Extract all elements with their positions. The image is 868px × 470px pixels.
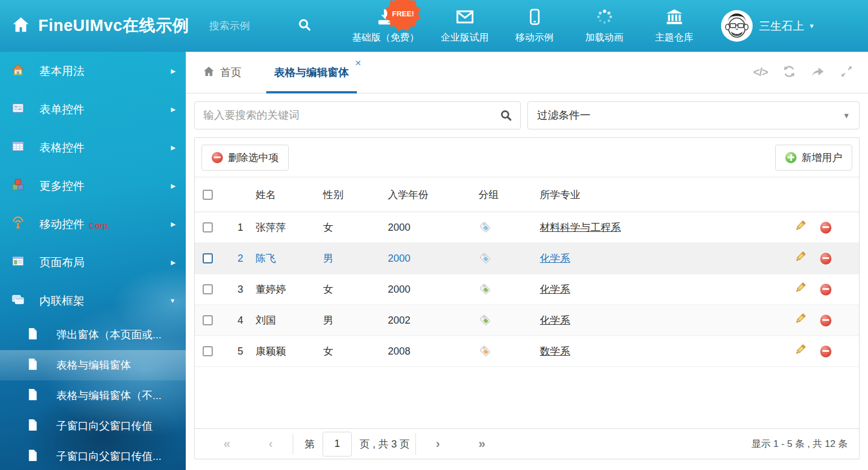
row-number: 3 [221, 274, 256, 305]
phone-icon [529, 8, 541, 28]
file-icon [27, 388, 38, 403]
row-checkbox[interactable] [203, 346, 213, 356]
table-row[interactable]: 3 董婷婷 女 2000 化学系 [195, 274, 859, 305]
chevron-down-icon: ▼ [169, 297, 176, 304]
sidebar-subitem-grid-edit-window[interactable]: 表格与编辑窗体 [0, 350, 186, 381]
first-page-button[interactable]: « [205, 437, 249, 451]
spinner-icon [596, 8, 614, 28]
table-row[interactable]: 4 刘国 男 2002 化学系 [195, 305, 859, 336]
table-empty-area [195, 367, 859, 428]
cell-gender: 女 [323, 274, 388, 305]
edit-pencil-icon[interactable] [794, 312, 807, 328]
cell-name: 董婷婷 [256, 274, 323, 305]
row-checkbox[interactable] [203, 253, 213, 263]
delete-row-icon[interactable] [820, 253, 831, 265]
sidebar-item-more-controls[interactable]: 更多控件 ▶ [0, 167, 186, 205]
header-search-input[interactable] [208, 20, 293, 33]
filter-dropdown-value: 过滤条件一 [537, 108, 590, 123]
filter-dropdown[interactable]: 过滤条件一 ▼ [527, 101, 860, 129]
nav-item-theme-repo[interactable]: 主题仓库 [650, 8, 699, 44]
antenna-icon [11, 216, 25, 232]
column-header-group[interactable]: 分组 [475, 177, 540, 212]
sidebar-item-iframe[interactable]: 内联框架 ▼ [0, 281, 186, 320]
search-icon[interactable] [499, 109, 513, 124]
sidebar-subitem-popup-window[interactable]: 弹出窗体（本页面或... [0, 320, 186, 350]
table-row[interactable]: 1 张萍萍 女 2000 材料科学与工程系 [195, 212, 859, 243]
user-menu[interactable]: 三生石上 ▼ [721, 10, 815, 42]
expand-icon[interactable] [840, 65, 853, 80]
main-content: 首页 表格与编辑窗体 ✕ </> 过滤条件一 ▼ 删除选中项 [186, 52, 868, 470]
header-search-icon[interactable] [297, 17, 312, 34]
tag-icon [475, 212, 540, 243]
view-source-icon[interactable]: </> [753, 66, 768, 79]
home-colored-icon [11, 63, 25, 79]
user-name: 三生石上 [759, 19, 804, 34]
edit-pencil-icon[interactable] [794, 281, 807, 297]
next-page-button[interactable]: › [416, 437, 460, 451]
keyword-search-input[interactable] [194, 101, 521, 129]
table-row-selected[interactable]: 2 陈飞 男 2000 化学系 [195, 243, 859, 274]
column-header-year[interactable]: 入学年份 [388, 177, 475, 212]
delete-row-icon[interactable] [820, 284, 831, 296]
delete-row-icon[interactable] [820, 315, 831, 326]
delete-selected-button[interactable]: 删除选中项 [202, 145, 289, 171]
edit-pencil-icon[interactable] [794, 220, 807, 235]
add-user-button[interactable]: 新增用户 [775, 145, 852, 171]
table-row[interactable]: 5 康颖颖 女 2008 数学系 [195, 336, 859, 367]
home-icon[interactable] [11, 15, 30, 37]
major-link[interactable]: 化学系 [540, 252, 570, 265]
edit-pencil-icon[interactable] [794, 343, 807, 359]
sidebar-subitem-child-to-parent[interactable]: 子窗口向父窗口传值 [0, 411, 186, 441]
cell-name: 康颖颖 [256, 336, 323, 366]
column-header-name[interactable]: 姓名 [256, 177, 323, 212]
nav-item-mobile-demo[interactable]: 移动示例 [511, 8, 559, 44]
sidebar-item-mobile-controls[interactable]: 移动控件 Corp. ▶ [0, 205, 186, 243]
nav-item-loading-animation[interactable]: 加载动画 [580, 8, 629, 44]
sidebar-item-basic-usage[interactable]: 基本用法 ▶ [0, 52, 186, 90]
major-link[interactable]: 化学系 [540, 314, 570, 327]
frames-icon [11, 293, 25, 308]
cell-name: 陈飞 [256, 243, 323, 274]
refresh-icon[interactable] [782, 65, 796, 80]
major-link[interactable]: 化学系 [540, 283, 570, 296]
grid-panel: 删除选中项 新增用户 姓名 性别 入学年份 分组 所学专业 1 张萍萍 女 20… [194, 137, 860, 459]
row-number: 2 [221, 243, 256, 274]
pager-divider [293, 433, 293, 455]
sidebar-item-page-layout[interactable]: 页面布局 ▶ [0, 243, 186, 281]
cell-gender: 男 [323, 305, 388, 335]
tab-grid-edit-window[interactable]: 表格与编辑窗体 ✕ [266, 52, 357, 93]
column-header-major[interactable]: 所学专业 [540, 177, 794, 212]
file-icon [27, 358, 38, 373]
app-title: FineUIMvc在线示例 [38, 15, 189, 37]
tag-icon [475, 274, 540, 305]
prev-page-button[interactable]: ‹ [249, 437, 293, 451]
cell-name: 张萍萍 [256, 212, 323, 243]
major-link[interactable]: 数学系 [540, 344, 570, 358]
tab-home[interactable]: 首页 [203, 52, 241, 93]
plus-circle-icon [785, 152, 797, 163]
select-all-checkbox[interactable] [203, 190, 213, 200]
delete-row-icon[interactable] [820, 222, 831, 234]
sidebar-subitem-grid-edit-window-2[interactable]: 表格与编辑窗体（不... [0, 381, 186, 411]
row-number: 1 [221, 212, 256, 243]
column-header-gender[interactable]: 性别 [323, 177, 388, 212]
last-page-button[interactable]: » [460, 437, 504, 451]
page-number-input[interactable] [323, 432, 352, 456]
user-caret-down-icon: ▼ [809, 23, 815, 29]
tab-close-icon[interactable]: ✕ [355, 59, 361, 68]
file-icon [27, 328, 38, 342]
row-checkbox[interactable] [203, 222, 213, 232]
major-link[interactable]: 材料科学与工程系 [540, 221, 621, 234]
sidebar-item-form-controls[interactable]: 表单控件 ▶ [0, 90, 186, 128]
row-checkbox[interactable] [203, 315, 213, 325]
sidebar-subitem-child-to-parent-2[interactable]: 子窗口向父窗口传值... [0, 441, 186, 470]
app-header: FineUIMvc在线示例 FREE! 基础版（免费） 企业版试用 移动示例 [0, 0, 868, 52]
sidebar-item-grid-controls[interactable]: 表格控件 ▶ [0, 128, 186, 167]
nav-item-enterprise-trial[interactable]: 企业版试用 [441, 8, 489, 44]
open-new-icon[interactable] [811, 65, 825, 80]
delete-row-icon[interactable] [820, 346, 831, 357]
edit-pencil-icon[interactable] [794, 250, 807, 266]
cell-gender: 女 [323, 212, 388, 243]
chevron-right-icon: ▶ [171, 106, 176, 113]
row-checkbox[interactable] [203, 284, 213, 294]
